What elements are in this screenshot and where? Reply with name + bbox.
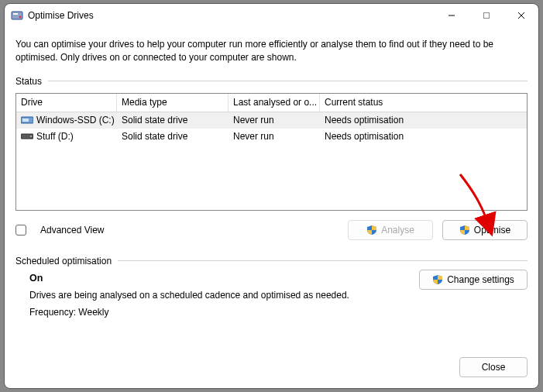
col-drive[interactable]: Drive	[16, 94, 117, 112]
cell-last: Never run	[233, 115, 274, 126]
table-row[interactable]: Windows-SSD (C:) Solid state drive Never…	[16, 112, 527, 129]
cell-media: Solid state drive	[122, 115, 187, 126]
svg-point-10	[30, 136, 32, 137]
footer: Close	[5, 349, 538, 388]
actions-row: Advanced View Analyse Optimise	[15, 220, 528, 240]
optimise-button[interactable]: Optimise	[442, 220, 528, 240]
optimise-label: Optimise	[474, 225, 510, 236]
cell-status: Needs optimisation	[325, 115, 404, 126]
table-header: Drive Media type Last analysed or o... C…	[16, 94, 527, 112]
app-icon	[11, 9, 23, 22]
svg-point-2	[19, 16, 22, 19]
description-text: You can optimise your drives to help you…	[15, 38, 528, 65]
svg-rect-1	[13, 13, 18, 15]
analyse-button[interactable]: Analyse	[348, 220, 433, 240]
maximize-icon	[483, 12, 490, 19]
status-label: Status	[15, 76, 42, 87]
close-window-button[interactable]	[503, 4, 538, 27]
minimize-button[interactable]	[434, 4, 469, 27]
svg-rect-8	[22, 119, 29, 122]
col-media[interactable]: Media type	[117, 94, 229, 112]
minimize-icon	[448, 12, 455, 19]
schedule-desc: Drives are being analysed on a scheduled…	[29, 290, 528, 301]
close-label: Close	[482, 362, 506, 373]
optimise-drives-window: Optimise Drives You can optimise your dr…	[4, 3, 539, 389]
analyse-label: Analyse	[381, 225, 414, 236]
close-button[interactable]: Close	[459, 357, 528, 377]
drives-table[interactable]: Drive Media type Last analysed or o... C…	[15, 93, 528, 211]
shield-icon	[459, 225, 470, 236]
cell-status: Needs optimisation	[325, 131, 404, 142]
divider	[48, 81, 528, 81]
table-row[interactable]: Stuff (D:) Solid state drive Never run N…	[16, 129, 527, 145]
shield-icon	[366, 225, 377, 236]
hdd-drive-icon	[21, 132, 33, 141]
cell-last: Never run	[233, 131, 274, 142]
advanced-view-checkbox[interactable]	[15, 225, 26, 236]
titlebar: Optimise Drives	[5, 4, 538, 27]
scheduled-label: Scheduled optimisation	[15, 256, 112, 266]
content-area: You can optimise your drives to help you…	[5, 27, 538, 349]
divider	[118, 260, 528, 261]
col-status[interactable]: Current status	[320, 94, 527, 112]
shield-icon	[432, 274, 443, 285]
status-section-header: Status	[15, 76, 528, 87]
change-settings-label: Change settings	[447, 274, 514, 285]
cell-drive-name: Stuff (D:)	[36, 131, 74, 142]
svg-rect-4	[483, 13, 489, 19]
col-last[interactable]: Last analysed or o...	[229, 94, 320, 112]
window-title: Optimise Drives	[28, 10, 94, 21]
maximize-button[interactable]	[469, 4, 503, 27]
cell-media: Solid state drive	[122, 131, 187, 142]
svg-rect-0	[12, 12, 22, 19]
close-icon	[517, 12, 525, 19]
scheduled-section: Scheduled optimisation Change settings O…	[15, 256, 528, 318]
advanced-view-label: Advanced View	[40, 225, 105, 236]
cell-drive-name: Windows-SSD (C:)	[36, 115, 115, 126]
change-settings-button[interactable]: Change settings	[419, 270, 528, 290]
schedule-freq: Frequency: Weekly	[29, 307, 528, 318]
ssd-drive-icon	[21, 115, 33, 125]
